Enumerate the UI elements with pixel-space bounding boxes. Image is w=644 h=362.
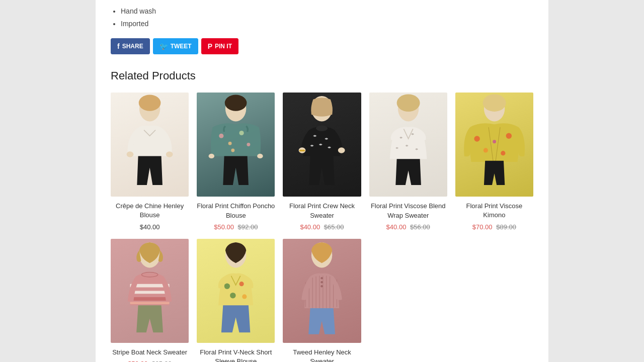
price-original-viscose-wrap: $56.00 [410, 223, 430, 231]
product-name-floral-poncho: Floral Print Chiffon Poncho Blouse [197, 202, 275, 220]
product-card-floral-crew[interactable]: Floral Print Crew Neck Sweater $40.00 $6… [283, 93, 361, 230]
price-original-stripe-boat: $95.00 [151, 360, 172, 362]
product-figure-viscose-wrap [369, 93, 447, 197]
svg-rect-29 [130, 291, 170, 294]
svg-point-14 [316, 126, 328, 131]
facebook-label: SHARE [122, 43, 143, 50]
product-card-viscose-kimono[interactable]: Floral Print Viscose Kimono $70.00 $89.0… [455, 93, 533, 230]
product-image-viscose-wrap [369, 93, 447, 197]
svg-point-3 [166, 152, 173, 157]
svg-point-34 [224, 283, 230, 289]
price-regular-crepe-henley: $40.00 [140, 223, 160, 231]
svg-point-1 [139, 95, 161, 111]
product-details-section: Hand wash Imported f SHARE 🐦 TWEET P PIN… [111, 0, 533, 64]
svg-point-22 [474, 136, 479, 142]
price-original-viscose-kimono: $89.00 [496, 223, 516, 231]
price-sale-floral-crew: $40.00 [300, 223, 320, 231]
price-sale-viscose-kimono: $70.00 [472, 223, 493, 231]
product-figure-stripe-boat [111, 239, 189, 343]
product-price-crepe-henley: $40.00 [111, 223, 189, 231]
svg-point-37 [242, 294, 247, 299]
pinterest-label: PIN IT [215, 43, 232, 50]
related-products-title: Related Products [111, 69, 533, 82]
svg-point-25 [501, 151, 505, 155]
svg-point-50 [321, 281, 324, 284]
svg-point-8 [239, 131, 244, 135]
product-name-crepe-henley: Crêpe de Chine Henley Blouse [111, 202, 189, 220]
product-image-crepe-henley [111, 93, 189, 197]
product-image-floral-vneck [197, 239, 275, 343]
product-figure-floral-crew [283, 93, 361, 197]
product-name-tweed-henley: Tweed Henley Neck Sweater [283, 348, 361, 362]
price-sale-floral-poncho: $50.00 [214, 223, 234, 231]
related-products-section: Related Products [111, 64, 533, 362]
svg-point-12 [257, 154, 263, 158]
product-price-floral-poncho: $50.00 $92.00 [197, 223, 275, 231]
product-image-floral-crew [283, 93, 361, 197]
product-name-floral-crew: Floral Print Crew Neck Sweater [283, 202, 361, 220]
product-card-crepe-henley[interactable]: Crêpe de Chine Henley Blouse $40.00 [111, 93, 189, 230]
product-card-stripe-boat[interactable]: Stripe Boat Neck Sweater $50.00 $95.00 [111, 239, 189, 362]
svg-point-10 [231, 149, 235, 152]
product-price-stripe-boat: $50.00 $95.00 [111, 360, 189, 362]
pinterest-icon: P [208, 42, 212, 50]
products-grid-row2: Stripe Boat Neck Sweater $50.00 $95.00 [111, 239, 533, 362]
product-name-stripe-boat: Stripe Boat Neck Sweater [111, 348, 189, 357]
svg-point-7 [228, 142, 232, 145]
svg-point-36 [230, 293, 235, 298]
product-price-viscose-wrap: $40.00 $56.00 [369, 223, 447, 231]
price-sale-viscose-wrap: $40.00 [386, 223, 407, 231]
price-original-floral-poncho: $92.00 [238, 223, 258, 231]
svg-point-16 [338, 148, 345, 153]
svg-point-21 [482, 95, 506, 112]
svg-rect-31 [130, 302, 170, 304]
twitter-label: TWEET [171, 43, 192, 50]
product-image-stripe-boat [111, 239, 189, 343]
product-card-floral-poncho[interactable]: Floral Print Chiffon Poncho Blouse $50.0… [197, 93, 275, 230]
product-price-floral-crew: $40.00 $65.00 [283, 223, 361, 231]
svg-rect-30 [130, 297, 170, 301]
svg-point-49 [321, 277, 324, 280]
price-sale-stripe-boat: $50.00 [128, 360, 148, 362]
product-name-viscose-kimono: Floral Print Viscose Kimono [455, 202, 533, 220]
product-name-floral-vneck: Floral Print V-Neck Short Sleeve Blouse [197, 348, 275, 362]
products-grid-row1: Crêpe de Chine Henley Blouse $40.00 [111, 93, 533, 230]
svg-point-5 [225, 95, 247, 111]
feature-hand-wash: Hand wash [121, 5, 533, 18]
svg-point-2 [127, 152, 134, 157]
product-card-floral-vneck[interactable]: Floral Print V-Neck Short Sleeve Blouse … [197, 239, 275, 362]
twitter-icon: 🐦 [159, 42, 168, 50]
svg-point-9 [247, 143, 251, 146]
price-original-floral-crew: $65.00 [324, 223, 344, 231]
product-price-viscose-kimono: $70.00 $89.00 [455, 223, 533, 231]
product-image-viscose-kimono [455, 93, 533, 197]
facebook-share-button[interactable]: f SHARE [111, 38, 150, 54]
product-figure-floral-vneck [197, 239, 275, 343]
product-image-floral-poncho [197, 93, 275, 197]
pinterest-share-button[interactable]: P PIN IT [201, 38, 238, 54]
svg-point-26 [493, 140, 496, 144]
social-share-buttons: f SHARE 🐦 TWEET P PIN IT [111, 38, 533, 54]
product-figure-crepe-henley [111, 93, 189, 197]
product-figure-tweed-henley [283, 239, 361, 343]
product-features-list: Hand wash Imported [111, 5, 533, 30]
product-figure-viscose-kimono [455, 93, 533, 197]
svg-point-11 [209, 154, 214, 158]
feature-imported: Imported [121, 18, 533, 30]
product-image-tweed-henley [283, 239, 361, 343]
svg-point-23 [506, 133, 511, 139]
svg-point-35 [239, 282, 244, 286]
product-figure-floral-poncho [197, 93, 275, 197]
product-card-tweed-henley[interactable]: Tweed Henley Neck Sweater $70.00 $80.00 [283, 239, 361, 362]
svg-point-6 [219, 134, 223, 138]
twitter-share-button[interactable]: 🐦 TWEET [153, 38, 198, 54]
svg-point-19 [396, 95, 420, 112]
facebook-icon: f [117, 42, 120, 50]
svg-point-24 [484, 148, 488, 153]
product-name-viscose-wrap: Floral Print Viscose Blend Wrap Sweater [369, 202, 447, 220]
svg-point-51 [321, 285, 324, 288]
product-card-viscose-wrap[interactable]: Floral Print Viscose Blend Wrap Sweater … [369, 93, 447, 230]
svg-rect-17 [299, 150, 305, 151]
